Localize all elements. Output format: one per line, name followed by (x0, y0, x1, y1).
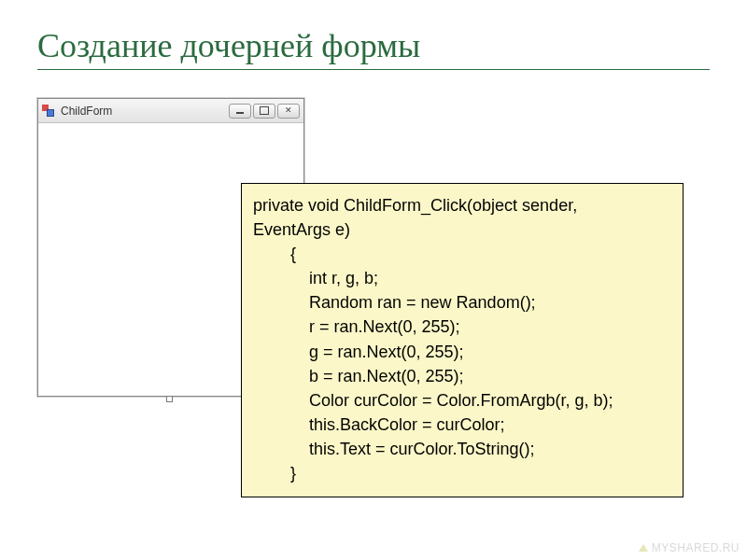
slide-title: Создание дочерней формы (37, 26, 710, 65)
code-snippet-box: private void ChildForm_Click(object send… (241, 183, 684, 497)
window-title-text: ChildForm (61, 105, 229, 118)
watermark-text: MYSHARED.RU (652, 541, 740, 554)
minimize-button[interactable] (229, 104, 251, 119)
window-control-buttons (229, 104, 300, 119)
form-app-icon (42, 105, 55, 118)
title-underline (37, 69, 710, 70)
form-resize-handle-icon (166, 396, 173, 402)
watermark-play-icon (639, 544, 648, 552)
maximize-button[interactable] (253, 104, 275, 119)
close-button[interactable] (277, 104, 300, 119)
window-titlebar: ChildForm (38, 99, 303, 123)
slide-watermark: MYSHARED.RU (639, 541, 740, 554)
presentation-slide: Создание дочерней формы ChildForm privat… (0, 0, 747, 560)
